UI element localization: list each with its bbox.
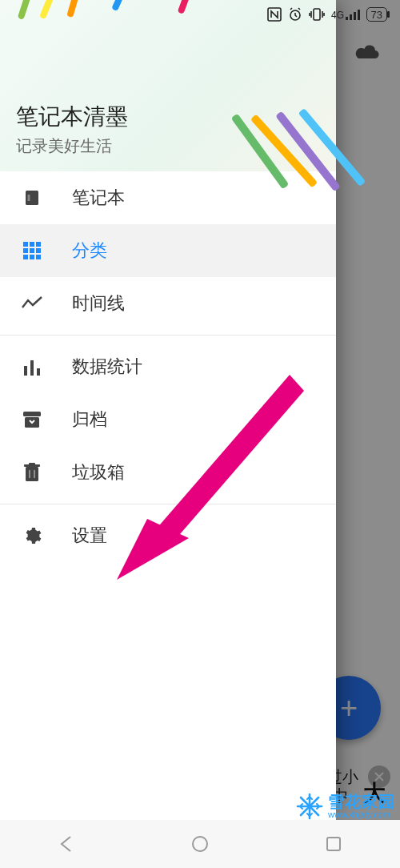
- svg-rect-19: [29, 470, 30, 478]
- trash-icon: [21, 463, 43, 482]
- nfc-icon: [267, 7, 282, 22]
- menu-divider: [0, 335, 336, 336]
- menu-divider: [0, 504, 336, 504]
- vibrate-icon: [309, 7, 325, 22]
- sidebar-item-notebook[interactable]: 笔记本: [0, 171, 336, 224]
- sidebar-item-label: 分类: [72, 239, 107, 263]
- svg-rect-7: [36, 248, 41, 253]
- watermark-url: www.xhjaty.com: [328, 810, 395, 820]
- svg-rect-16: [26, 467, 38, 481]
- svg-rect-8: [23, 255, 28, 259]
- nav-back-button[interactable]: [54, 831, 79, 857]
- gear-icon: [21, 526, 43, 545]
- svg-rect-27: [350, 14, 352, 20]
- battery-percent: 73: [371, 9, 382, 21]
- svg-rect-25: [314, 9, 320, 20]
- notebook-icon: [21, 188, 43, 207]
- svg-rect-3: [30, 242, 34, 247]
- svg-rect-11: [24, 366, 27, 376]
- sidebar-item-trash[interactable]: 垃圾箱: [0, 446, 336, 499]
- svg-point-30: [193, 837, 207, 851]
- svg-rect-10: [36, 255, 41, 259]
- navigation-drawer: 笔记本清墨 记录美好生活 笔记本 分类 时间线: [0, 0, 336, 820]
- nav-home-button[interactable]: [187, 831, 213, 857]
- svg-rect-5: [23, 248, 28, 253]
- sidebar-item-settings[interactable]: 设置: [0, 509, 336, 562]
- sidebar-item-label: 笔记本: [72, 186, 125, 210]
- add-icon: +: [340, 691, 358, 725]
- status-bar: 4G 73: [0, 0, 400, 29]
- drawer-menu: 笔记本 分类 时间线 数据统计: [0, 171, 336, 820]
- sidebar-item-stats[interactable]: 数据统计: [0, 340, 336, 393]
- sidebar-item-label: 时间线: [72, 291, 125, 315]
- signal-icon: 4G: [331, 9, 360, 20]
- app-subtitle: 记录美好生活: [16, 135, 320, 157]
- watermark-title: 雪花家园: [328, 794, 395, 810]
- sidebar-item-label: 归档: [72, 408, 107, 432]
- svg-rect-2: [23, 242, 28, 247]
- network-label: 4G: [331, 10, 344, 20]
- watermark: 雪花家园 www.xhjaty.com: [296, 793, 395, 820]
- svg-rect-9: [30, 255, 34, 259]
- svg-rect-0: [26, 191, 38, 205]
- svg-rect-29: [358, 10, 360, 20]
- svg-rect-6: [30, 248, 34, 253]
- alarm-icon: [288, 7, 302, 22]
- battery-indicator: 73: [366, 7, 387, 22]
- archive-icon: [21, 411, 43, 428]
- sidebar-item-label: 数据统计: [72, 355, 142, 379]
- svg-rect-1: [28, 195, 30, 201]
- bars-icon: [21, 358, 43, 376]
- svg-rect-26: [346, 17, 348, 20]
- system-nav-bar: [0, 820, 400, 868]
- nav-recent-button[interactable]: [321, 831, 346, 857]
- grid-icon: [21, 242, 43, 259]
- svg-rect-13: [37, 368, 40, 376]
- sidebar-item-label: 垃圾箱: [72, 460, 125, 484]
- sidebar-item-timeline[interactable]: 时间线: [0, 277, 336, 330]
- svg-rect-31: [327, 838, 340, 850]
- svg-rect-4: [36, 242, 41, 247]
- svg-rect-12: [30, 360, 34, 376]
- svg-rect-18: [29, 463, 35, 465]
- cloud-icon[interactable]: [354, 42, 381, 62]
- snowflake-icon: [296, 793, 323, 820]
- sidebar-item-label: 设置: [72, 524, 107, 548]
- app-title: 笔记本清墨: [16, 102, 320, 132]
- svg-rect-14: [23, 412, 41, 416]
- sidebar-item-category[interactable]: 分类: [0, 224, 336, 277]
- timeline-icon: [21, 296, 43, 311]
- svg-rect-28: [354, 12, 356, 20]
- svg-rect-20: [34, 470, 35, 478]
- sidebar-item-archive[interactable]: 归档: [0, 393, 336, 446]
